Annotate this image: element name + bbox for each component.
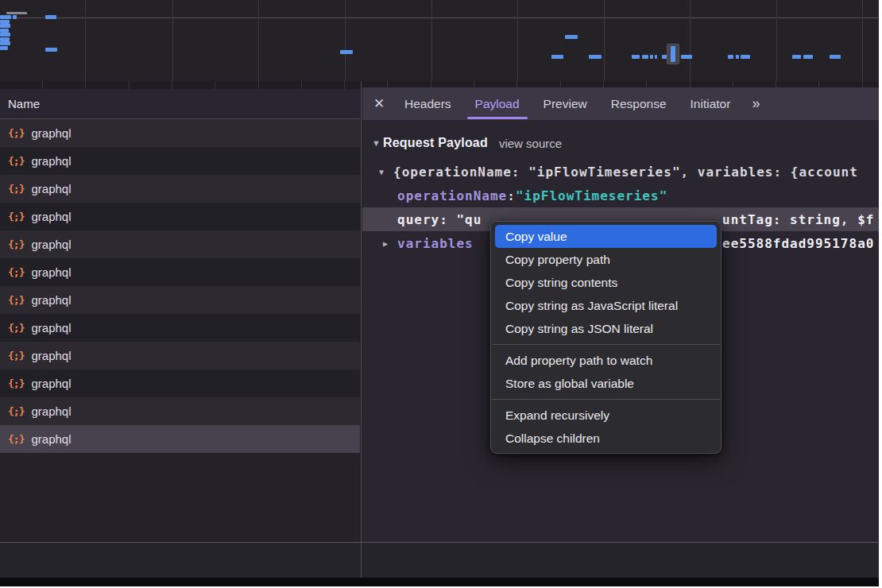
tab-initiator[interactable]: Initiator xyxy=(679,87,743,120)
more-tabs-button[interactable]: » xyxy=(744,95,766,112)
context-menu-item[interactable]: Copy value xyxy=(495,225,717,248)
json-braces-icon: {;} xyxy=(8,350,24,362)
request-timing-bar xyxy=(792,55,801,59)
panel-splitter[interactable] xyxy=(361,82,362,578)
status-footer xyxy=(0,543,879,578)
selected-request-marker-bar xyxy=(671,46,675,62)
request-timing-bar xyxy=(340,50,353,54)
devtools-network-panel: Name {;}graphql{;}graphql{;}graphql{;}gr… xyxy=(0,0,879,586)
request-payload-section-header: ▼ Request Payload view source xyxy=(372,133,879,153)
context-menu-item[interactable]: Copy property path xyxy=(491,248,721,271)
overview-tick xyxy=(85,81,86,89)
view-source-link[interactable]: view source xyxy=(499,137,562,150)
name-column-header[interactable]: Name xyxy=(0,89,360,119)
disclosure-triangle-icon[interactable]: ▼ xyxy=(372,138,383,148)
overview-tick xyxy=(215,81,215,89)
request-name: graphql xyxy=(31,377,71,390)
request-timing-bar xyxy=(741,55,750,59)
tab-response[interactable]: Response xyxy=(599,87,679,120)
overview-gridline xyxy=(862,0,863,81)
request-row[interactable]: {;}graphql xyxy=(0,203,360,230)
json-braces-icon: {;} xyxy=(8,183,24,195)
footer-divider xyxy=(0,542,879,543)
request-name: graphql xyxy=(31,293,71,307)
tab-preview[interactable]: Preview xyxy=(532,87,599,120)
query-left-fragment: query: "qu xyxy=(397,212,482,227)
request-timing-bar xyxy=(0,33,10,37)
context-menu-item[interactable]: Store as global variable xyxy=(491,372,721,395)
overview-gridline xyxy=(690,0,691,81)
request-name: graphql xyxy=(31,432,71,446)
request-row[interactable]: {;}graphql xyxy=(0,119,360,147)
overview-tick xyxy=(172,81,172,89)
request-row[interactable]: {;}graphql xyxy=(0,147,360,175)
tabs-container: HeadersPayloadPreviewResponseInitiator xyxy=(393,87,742,120)
request-row[interactable]: {;}graphql xyxy=(0,175,360,203)
request-timing-bar xyxy=(0,15,11,19)
json-braces-icon: {;} xyxy=(8,377,24,389)
query-right-fragment: untTag: string, $f xyxy=(722,207,874,231)
request-row[interactable]: {;}graphql xyxy=(0,369,360,397)
context-menu-item[interactable]: Expand recursively xyxy=(491,404,721,427)
context-menu-item[interactable]: Copy string as JSON literal xyxy=(491,317,721,340)
request-timing-bar xyxy=(6,12,27,14)
bottom-edge-bar xyxy=(0,578,879,586)
request-row[interactable]: {;}graphql xyxy=(0,230,360,258)
request-timing-bar xyxy=(0,24,10,28)
json-braces-icon: {;} xyxy=(8,238,24,250)
request-timing-bar xyxy=(650,55,653,59)
context-menu-item[interactable]: Add property path to watch xyxy=(491,349,721,372)
overview-tick xyxy=(42,81,43,89)
request-timing-bar xyxy=(736,55,739,59)
tree-row-operation-name[interactable]: operationName: "ipFlowTimeseries" xyxy=(362,184,879,207)
tab-headers[interactable]: Headers xyxy=(393,87,463,120)
object-preview-text: {operationName: "ipFlowTimeseries", vari… xyxy=(393,164,858,180)
request-row[interactable]: {;}graphql xyxy=(0,286,360,314)
close-details-button[interactable]: ✕ xyxy=(366,95,393,112)
request-name: graphql xyxy=(31,182,71,195)
request-list: {;}graphql{;}graphql{;}graphql{;}graphql… xyxy=(0,119,360,453)
context-menu-item[interactable]: Copy string contents xyxy=(491,271,721,294)
request-name: graphql xyxy=(31,265,71,279)
overview-gridline xyxy=(172,0,173,81)
section-title: Request Payload xyxy=(383,136,488,150)
request-name: graphql xyxy=(31,154,71,168)
request-row[interactable]: {;}graphql xyxy=(0,425,360,453)
context-menu-item[interactable]: Collapse children xyxy=(491,427,721,450)
menu-separator xyxy=(492,344,720,345)
overview-gridline xyxy=(776,0,777,81)
context-menu: Copy valueCopy property pathCopy string … xyxy=(490,221,721,454)
disclosure-triangle-icon[interactable]: ▶ xyxy=(383,239,397,248)
request-timing-bar xyxy=(655,55,657,59)
json-braces-icon: {;} xyxy=(8,211,24,222)
network-overview[interactable] xyxy=(0,0,879,81)
request-timing-bar xyxy=(589,55,602,59)
request-timing-bar xyxy=(0,41,10,45)
request-row[interactable]: {;}graphql xyxy=(0,314,360,342)
context-menu-item[interactable]: Copy string as JavaScript literal xyxy=(491,294,721,317)
tree-row-preview[interactable]: ▼ {operationName: "ipFlowTimeseries", va… xyxy=(362,160,879,184)
request-name: graphql xyxy=(31,126,71,140)
tab-payload[interactable]: Payload xyxy=(463,87,532,120)
overview-gridline xyxy=(604,0,605,81)
json-braces-icon: {;} xyxy=(8,405,24,417)
overview-gridline xyxy=(517,0,518,81)
overview-tick xyxy=(301,81,302,89)
request-timing-bar xyxy=(565,35,578,39)
request-timing-bar xyxy=(45,48,57,52)
request-row[interactable]: {;}graphql xyxy=(0,342,360,369)
request-row[interactable]: {;}graphql xyxy=(0,258,360,286)
requests-panel: Name {;}graphql{;}graphql{;}graphql{;}gr… xyxy=(0,89,360,578)
request-name: graphql xyxy=(31,321,71,335)
json-braces-icon: {;} xyxy=(8,433,24,445)
variables-right-fragment: ee5588fdad995178a0 xyxy=(722,231,874,255)
disclosure-triangle-icon[interactable]: ▼ xyxy=(379,168,393,176)
overview-gridline xyxy=(258,0,259,81)
overview-tick xyxy=(258,81,259,89)
request-name: graphql xyxy=(31,210,71,223)
chevron-double-right-icon: » xyxy=(752,95,758,111)
json-braces-icon: {;} xyxy=(8,294,24,306)
request-row[interactable]: {;}graphql xyxy=(0,397,360,425)
property-value: "ipFlowTimeseries" xyxy=(516,188,667,203)
property-key: operationName xyxy=(397,188,507,203)
